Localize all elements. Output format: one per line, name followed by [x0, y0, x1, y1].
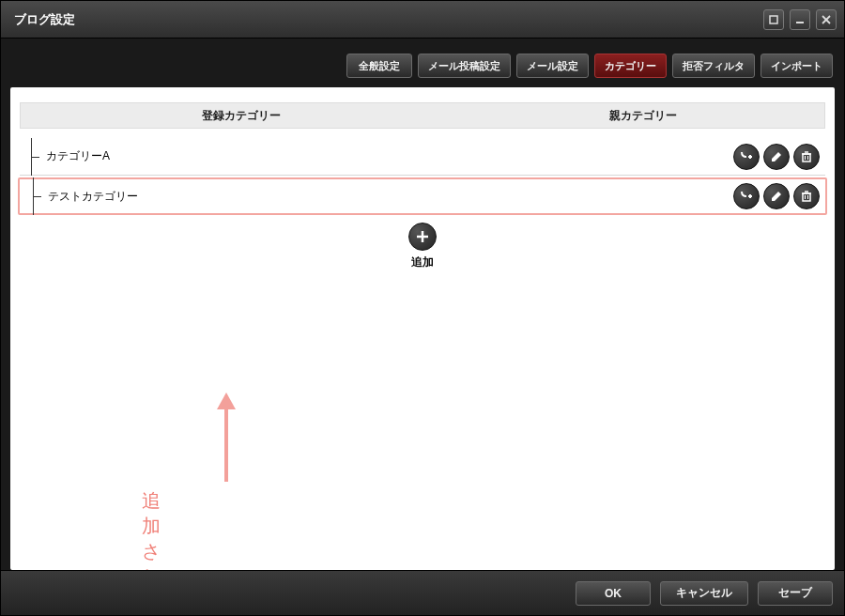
- svg-rect-13: [803, 193, 810, 201]
- add-child-icon: [739, 149, 754, 164]
- trash-icon: [799, 149, 814, 164]
- edit-icon: [769, 189, 784, 204]
- add-child-button[interactable]: [733, 144, 760, 170]
- add-child-icon: [739, 189, 754, 204]
- body-area: 全般設定 メール投稿設定 メール設定 カテゴリー 拒否フィルタ インポート 登録…: [1, 38, 844, 570]
- tab-import[interactable]: インポート: [760, 54, 833, 78]
- blog-settings-window: ブログ設定 全般設定 メール投稿設定 メール設定 カテゴリー 拒否フィルタ イン…: [0, 0, 845, 616]
- delete-button[interactable]: [793, 144, 820, 170]
- category-row: カテゴリーA: [20, 138, 825, 176]
- maximize-icon: [769, 15, 778, 24]
- cancel-button[interactable]: キャンセル: [660, 581, 748, 606]
- trash-icon: [799, 189, 814, 204]
- edit-button[interactable]: [763, 144, 790, 170]
- col-registered-category: 登録カテゴリー: [21, 108, 463, 124]
- row-actions: [733, 144, 825, 170]
- category-name: カテゴリーA: [46, 148, 733, 164]
- tab-bar: 全般設定 メール投稿設定 メール設定 カテゴリー 拒否フィルタ インポート: [10, 48, 835, 87]
- delete-button[interactable]: [793, 183, 820, 209]
- tab-general[interactable]: 全般設定: [346, 54, 412, 78]
- annotation-arrow-icon: [207, 393, 245, 486]
- titlebar: ブログ設定: [1, 1, 844, 38]
- tab-category[interactable]: カテゴリー: [594, 54, 667, 78]
- row-actions: [733, 183, 825, 209]
- tree-branch-icon: [31, 138, 38, 176]
- plus-icon: [415, 229, 430, 244]
- footer: OK キャンセル セーブ: [1, 570, 844, 615]
- add-child-button[interactable]: [733, 183, 760, 209]
- edit-button[interactable]: [763, 183, 790, 209]
- svg-rect-6: [803, 154, 810, 162]
- col-parent-category: 親カテゴリー: [463, 108, 824, 124]
- tab-mail-post[interactable]: メール投稿設定: [418, 54, 511, 78]
- tab-reject-filter[interactable]: 拒否フィルタ: [672, 54, 755, 78]
- maximize-button[interactable]: [763, 9, 784, 30]
- add-category-area: 追加: [10, 223, 835, 270]
- close-icon: [822, 15, 831, 24]
- content-panel: 登録カテゴリー 親カテゴリー カテゴリーA: [10, 87, 835, 570]
- svg-marker-21: [217, 393, 236, 409]
- annotation-text: 追加されたカテゴリー: [142, 488, 161, 570]
- column-headers: 登録カテゴリー 親カテゴリー: [20, 102, 825, 129]
- category-rows: カテゴリーA: [20, 138, 825, 215]
- tab-mail[interactable]: メール設定: [516, 54, 589, 78]
- window-title: ブログ設定: [14, 11, 758, 28]
- edit-icon: [769, 149, 784, 164]
- add-label: 追加: [411, 254, 434, 270]
- tree-branch-icon: [33, 177, 40, 215]
- close-button[interactable]: [816, 9, 837, 30]
- save-button[interactable]: セーブ: [758, 581, 833, 606]
- add-category-button[interactable]: [408, 223, 437, 251]
- category-row-highlighted: テストカテゴリー: [18, 177, 827, 215]
- minimize-button[interactable]: [790, 9, 810, 30]
- ok-button[interactable]: OK: [576, 581, 651, 606]
- minimize-icon: [795, 15, 805, 24]
- svg-rect-0: [770, 16, 777, 23]
- category-name: テストカテゴリー: [48, 189, 733, 205]
